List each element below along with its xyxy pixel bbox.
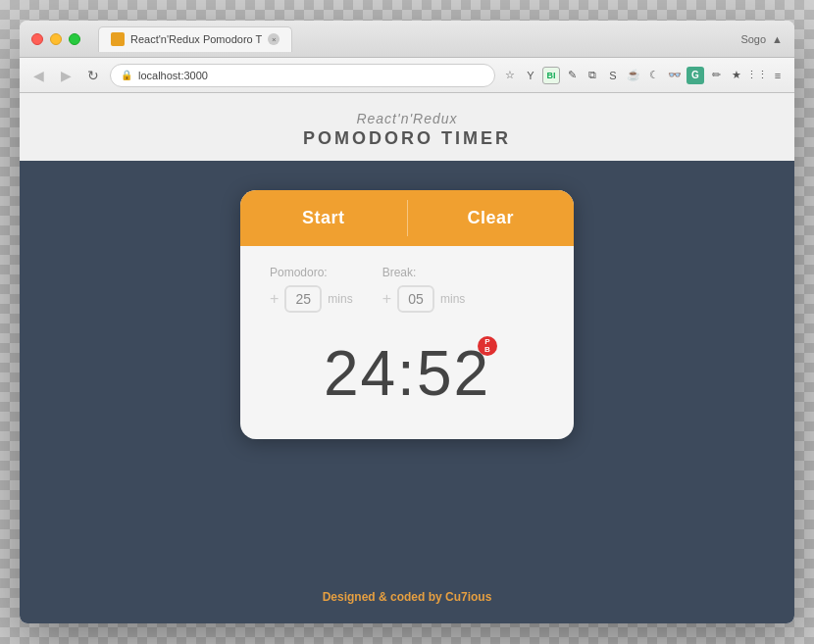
browser-window: React'n'Redux Pomodoro T × Sogo ▲ ◀ ▶ ↻ …	[20, 21, 794, 623]
pencil-icon[interactable]: ✏	[707, 67, 725, 84]
app-main: Start Clear Pomodoro: + 25 mins	[20, 161, 794, 623]
app-subtitle: React'n'Redux	[20, 111, 794, 126]
traffic-lights	[31, 33, 80, 45]
app-title: POMODORO TIMER	[20, 128, 794, 149]
lock-icon: 🔒	[121, 70, 132, 80]
star-icon[interactable]: ★	[728, 67, 745, 84]
window-controls-right: Sogo ▲	[740, 33, 783, 45]
pomodoro-unit: mins	[328, 292, 352, 306]
app-header: React'n'Redux POMODORO TIMER	[20, 93, 794, 161]
maximize-button[interactable]	[69, 33, 80, 45]
address-bar[interactable]: 🔒 localhost:3000	[110, 64, 495, 87]
tea-icon[interactable]: ☕	[625, 67, 642, 84]
bookmark-icon[interactable]: ☆	[501, 67, 519, 84]
toolbar-icons: ☆ Y BI ✎ ⧉ S ☕ ☾ 👓 G ✏ ★ ⋮⋮ ≡	[501, 67, 787, 84]
start-button[interactable]: Start	[240, 190, 407, 246]
footer-author: Cu7ious	[445, 590, 491, 604]
timer-mode-badge: P B	[478, 336, 497, 356]
minimize-button[interactable]	[50, 33, 62, 45]
g-icon[interactable]: G	[687, 67, 704, 84]
break-unit: mins	[440, 292, 465, 306]
refresh-button[interactable]: ↻	[82, 65, 104, 86]
glasses-icon[interactable]: 👓	[666, 67, 684, 84]
close-button[interactable]	[31, 33, 43, 45]
break-plus[interactable]: +	[382, 290, 391, 308]
title-bar: React'n'Redux Pomodoro T × Sogo ▲	[20, 21, 794, 58]
tab-bar: React'n'Redux Pomodoro T ×	[98, 26, 740, 52]
timer-time: 24:52	[324, 337, 490, 410]
s-icon[interactable]: S	[604, 67, 622, 84]
timer-settings: Pomodoro: + 25 mins Break: + 05 mins	[240, 246, 574, 322]
timer-display: 24:52 P B	[240, 322, 574, 439]
page-content: React'n'Redux POMODORO TIMER Start Clear	[20, 93, 794, 623]
pomodoro-plus[interactable]: +	[270, 290, 279, 308]
y-icon[interactable]: Y	[522, 67, 539, 84]
footer-text: Designed & coded by Cu7ious	[323, 590, 492, 604]
window-user-label: Sogo	[740, 33, 766, 45]
nav-bar: ◀ ▶ ↻ 🔒 localhost:3000 ☆ Y BI ✎ ⧉ S ☕ ☾ …	[20, 58, 794, 93]
break-setting: Break: + 05 mins	[382, 266, 466, 313]
moon-icon[interactable]: ☾	[645, 67, 663, 84]
tab-favicon	[111, 32, 125, 46]
badge-b: B	[484, 346, 490, 354]
grammarly-icon[interactable]: ✎	[563, 67, 581, 84]
clear-button[interactable]: Clear	[408, 190, 575, 246]
break-label: Break:	[382, 266, 466, 279]
bi-icon[interactable]: BI	[542, 67, 560, 84]
pomodoro-value: 25	[284, 285, 322, 313]
pomodoro-label: Pomodoro:	[270, 266, 353, 279]
window-user-icon: ▲	[772, 33, 783, 45]
timer-buttons-row: Start Clear	[240, 190, 574, 246]
tab-close-button[interactable]: ×	[268, 33, 280, 45]
footer-label: Designed & coded by	[323, 590, 445, 604]
break-control: + 05 mins	[382, 285, 466, 313]
browser-tab[interactable]: React'n'Redux Pomodoro T ×	[98, 26, 292, 52]
back-button[interactable]: ◀	[27, 65, 49, 86]
pomodoro-control: + 25 mins	[270, 285, 353, 313]
tab-title: React'n'Redux Pomodoro T	[130, 33, 262, 45]
pomodoro-setting: Pomodoro: + 25 mins	[270, 266, 353, 313]
break-value: 05	[397, 285, 434, 313]
url-text: localhost:3000	[138, 70, 208, 81]
forward-button[interactable]: ▶	[55, 65, 76, 86]
menu-icon[interactable]: ≡	[769, 67, 787, 84]
screenshot-icon[interactable]: ⧉	[584, 67, 601, 84]
grid-icon[interactable]: ⋮⋮	[748, 67, 766, 84]
timer-card: Start Clear Pomodoro: + 25 mins	[240, 190, 574, 439]
